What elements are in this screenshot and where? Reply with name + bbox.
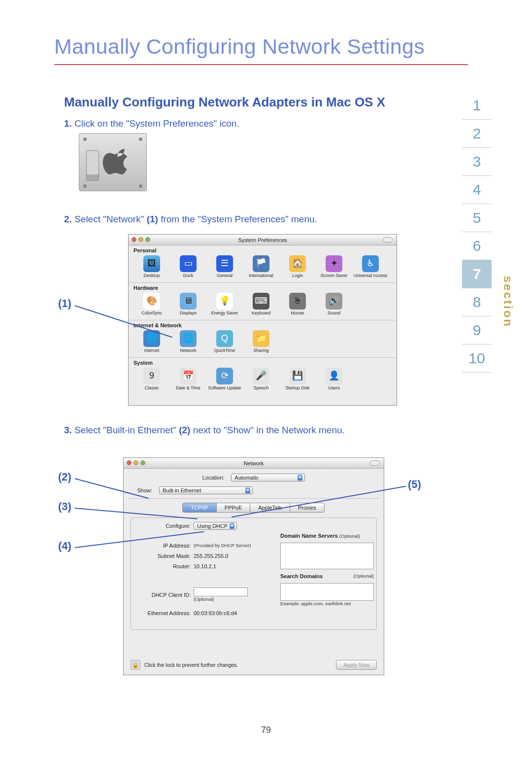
pref-date-time[interactable]: 📅Date & Time — [170, 368, 206, 391]
section-nav-5[interactable]: 5 — [462, 204, 492, 232]
section-nav: 1 2 3 4 5 6 7 8 9 10 — [462, 92, 492, 373]
lock-icon[interactable]: 🔒 — [131, 660, 140, 670]
title-rule — [54, 64, 468, 65]
prefs-heading-system: System — [133, 360, 392, 366]
step-3-prefix: Select "Built-in Ethernet" — [74, 425, 179, 435]
dhcp-client-input[interactable] — [194, 587, 248, 596]
section-nav-1[interactable]: 1 — [462, 92, 492, 119]
configure-select[interactable]: Using DHCP — [194, 522, 237, 530]
page-number: 79 — [0, 725, 532, 735]
toolbar-toggle-icon[interactable] — [383, 237, 393, 242]
pref-classic[interactable]: 9Classic — [133, 368, 170, 391]
configure-label: Configure: — [137, 523, 194, 529]
minimize-icon[interactable] — [138, 237, 143, 242]
pref-keyboard[interactable]: ⌨︎Keyboard — [243, 293, 279, 316]
pref-screensaver[interactable]: ✦Screen Saver — [316, 255, 352, 278]
section-nav-2[interactable]: 2 — [462, 119, 492, 147]
step-2-prefix: Select "Network" — [74, 214, 147, 224]
apple-logo-icon — [102, 145, 133, 179]
callout-1: (1) — [58, 297, 71, 310]
pref-general[interactable]: ☰General — [206, 255, 243, 278]
section-nav-4[interactable]: 4 — [462, 175, 492, 204]
step-2-num: 2. — [64, 214, 72, 224]
prefs-system-section: System 9Classic 📅Date & Time ⟳Software U… — [129, 358, 397, 395]
dns-optional: (Optional) — [339, 533, 360, 539]
zoom-icon[interactable] — [145, 237, 150, 242]
pref-sharing[interactable]: 📁Sharing — [243, 330, 279, 353]
tab-proxies[interactable]: Proxies — [290, 503, 325, 513]
window-titlebar: System Preferences — [129, 235, 397, 245]
apply-now-button[interactable]: Apply Now — [336, 660, 377, 670]
prefs-hardware-section: Hardware 🎨ColorSync 🖥Displays 💡Energy Sa… — [129, 283, 397, 320]
pref-quicktime[interactable]: QQuickTime — [206, 330, 243, 353]
pref-energy-saver[interactable]: 💡Energy Saver — [206, 293, 243, 316]
page-title: Manually Configuring Network Settings — [54, 35, 425, 59]
pref-international[interactable]: 🏳️International — [243, 255, 279, 278]
section-nav-9[interactable]: 9 — [462, 316, 492, 344]
network-window: Network Location: Automatic Show: Built-… — [123, 457, 384, 675]
dns-label: Domain Name Servers — [280, 533, 338, 539]
pref-dock[interactable]: ▭Dock — [170, 255, 206, 278]
prefs-personal-section: Personal 🖼Desktop ▭Dock ☰General 🏳️Inter… — [129, 245, 397, 283]
divider — [128, 498, 380, 499]
eth-value: 00:03:93:0b:c6:d4 — [194, 610, 374, 616]
prefs-internet-section: Internet & Network 🌐Internet 🌐Network QQ… — [129, 320, 397, 358]
searchdomains-label: Search Domains — [280, 573, 323, 579]
section-nav-7[interactable]: 7 — [462, 260, 492, 288]
system-preferences-icon-image — [79, 133, 147, 191]
step-1: 1. Click on the "System Preferences" ico… — [64, 117, 379, 131]
prefs-heading-hardware: Hardware — [133, 285, 392, 291]
callout-4: (4) — [58, 540, 71, 553]
dns-example: Example: apple.com, earthlink.net — [280, 601, 374, 606]
step-3-suffix: next to "Show" in the Network menu. — [190, 425, 344, 435]
step-1-text: Click on the "System Preferences" icon. — [74, 118, 239, 129]
tcpip-panel: Configure: Using DHCP Domain Name Server… — [131, 518, 377, 630]
close-icon[interactable] — [127, 460, 132, 465]
section-nav-3[interactable]: 3 — [462, 147, 492, 175]
pref-colorsync[interactable]: 🎨ColorSync — [133, 293, 170, 316]
show-select[interactable]: Built-in Ethernet — [159, 486, 253, 494]
pref-users[interactable]: 👤Users — [316, 368, 352, 391]
searchdomains-textarea[interactable] — [280, 583, 374, 601]
pref-startup-disk[interactable]: 💾Startup Disk — [279, 368, 316, 391]
pref-software-update[interactable]: ⟳Software Update — [206, 368, 243, 391]
router-value: 10.10.2.1 — [194, 563, 272, 569]
network-titlebar: Network — [124, 458, 384, 469]
pref-sound[interactable]: 🔊Sound — [316, 293, 352, 316]
window-title: System Preferences — [238, 237, 287, 243]
callout-5: (5) — [408, 478, 421, 491]
eth-label: Ethernet Address: — [137, 610, 194, 616]
ip-label: IP Address: — [137, 543, 194, 549]
toolbar-toggle-icon[interactable] — [370, 460, 380, 466]
pref-speech[interactable]: 🎤Speech — [243, 368, 279, 391]
step-2: 2. Select "Network" (1) from the "System… — [64, 213, 379, 226]
section-nav-10[interactable]: 10 — [462, 344, 492, 373]
close-icon[interactable] — [132, 237, 136, 242]
tab-pppoe[interactable]: PPPoE — [216, 503, 250, 513]
pref-mouse[interactable]: 🖱Mouse — [279, 293, 316, 316]
step-3: 3. Select "Built-in Ethernet" (2) next t… — [64, 424, 379, 437]
pref-internet[interactable]: 🌐Internet — [133, 330, 170, 353]
location-select[interactable]: Automatic — [231, 474, 305, 482]
section-nav-6[interactable]: 6 — [462, 232, 492, 260]
searchdomains-optional: (Optional) — [353, 573, 374, 579]
zoom-icon[interactable] — [140, 460, 145, 465]
pref-desktop[interactable]: 🖼Desktop — [133, 255, 170, 278]
pref-network[interactable]: 🌐Network — [170, 330, 206, 353]
pref-displays[interactable]: 🖥Displays — [170, 293, 206, 316]
section-nav-8[interactable]: 8 — [462, 288, 492, 316]
step-3-bold: (2) — [179, 425, 190, 435]
minimize-icon[interactable] — [133, 460, 138, 465]
pref-login[interactable]: 🏠Login — [279, 255, 316, 278]
prefs-heading-internet: Internet & Network — [133, 322, 392, 328]
step-2-bold: (1) — [147, 214, 158, 224]
callout-2: (2) — [58, 471, 71, 484]
subnet-label: Subnet Mask: — [137, 553, 194, 559]
step-2-suffix: from the "System Preferences" menu. — [158, 214, 317, 224]
section-label: section — [501, 276, 515, 328]
pref-universal-access[interactable]: ♿︎Universal Access — [352, 255, 389, 278]
router-label: Router: — [137, 563, 194, 569]
tab-tcpip[interactable]: TCP/IP — [182, 503, 216, 513]
dns-textarea[interactable] — [280, 543, 374, 569]
show-label: Show: — [130, 487, 155, 493]
